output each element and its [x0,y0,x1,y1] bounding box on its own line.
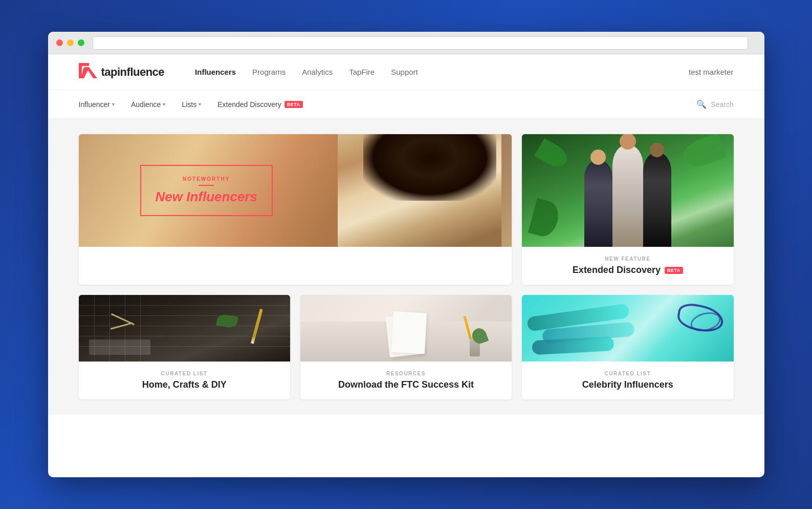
feature-beta-badge: BETA [665,267,683,274]
chevron-down-icon: ▾ [112,101,115,107]
dot-red[interactable] [56,39,63,46]
ftc-image [300,295,512,362]
card-celebrity[interactable]: CURATED LIST Celebrity Influencers [522,295,733,399]
logo: tapinfluence [79,63,165,81]
cards-grid: NOTEWORTHY New Influencers [79,134,734,399]
sub-nav-label-audience: Audience [131,100,161,109]
nav-links: Influencers Programs Analytics TapFire S… [195,68,689,76]
sub-nav-item-influencer[interactable]: Influencer ▾ [79,100,115,109]
card-hero[interactable]: NOTEWORTHY New Influencers [79,134,512,285]
card-ftc[interactable]: RESOURCES Download the FTC Success Kit [300,295,512,399]
logo-icon [79,63,97,81]
beta-badge: BETA [284,101,303,108]
feature-image [522,134,733,247]
chevron-down-icon: ▾ [163,101,165,107]
crafts-image [79,295,290,362]
hero-overlay: NOTEWORTHY New Influencers [140,165,273,216]
hero-title: New Influencers [156,189,257,205]
browser-chrome [48,32,764,54]
sub-nav-item-audience[interactable]: Audience ▾ [131,100,165,109]
nav-link-influencers[interactable]: Influencers [195,68,236,76]
chevron-down-icon: ▾ [199,101,201,107]
nav-link-support[interactable]: Support [391,68,418,76]
hero-tag: NOTEWORTHY [156,176,257,182]
sub-nav-label-influencer: Influencer [79,100,110,109]
nav-link-analytics[interactable]: Analytics [302,68,333,76]
browser-dots [56,39,84,46]
search-area: 🔍 Search [696,99,733,109]
search-placeholder[interactable]: Search [711,100,733,109]
ftc-label: RESOURCES [311,371,501,376]
nav-link-tapfire[interactable]: TapFire [349,68,375,76]
address-bar[interactable] [93,36,748,50]
nav-link-programs[interactable]: Programs [252,68,286,76]
dot-yellow[interactable] [67,39,74,46]
app-content: tapinfluence Influencers Programs Analyt… [48,54,764,415]
card-feature[interactable]: NEW FEATURE Extended Discovery BETA [522,134,733,285]
crafts-card-body: CURATED LIST Home, Crafts & DIY [79,362,290,399]
celebrity-card-body: CURATED LIST Celebrity Influencers [522,362,733,399]
hero-image: NOTEWORTHY New Influencers [79,134,512,247]
nav-user: test marketer [689,68,734,76]
hero-divider [199,185,214,186]
browser-window: tapinfluence Influencers Programs Analyt… [48,32,764,477]
card-crafts[interactable]: CURATED LIST Home, Crafts & DIY [79,295,290,399]
celebrity-title: Celebrity Influencers [532,379,723,390]
main-nav: tapinfluence Influencers Programs Analyt… [48,54,764,90]
crafts-title: Home, Crafts & DIY [89,379,280,390]
logo-text: tapinfluence [101,66,165,79]
brush-strokes [522,295,733,362]
feature-label: NEW FEATURE [532,256,723,262]
celebrity-image [522,295,733,362]
sub-nav: Influencer ▾ Audience ▾ Lists ▾ Extended… [48,90,764,119]
ftc-title: Download the FTC Success Kit [311,379,501,390]
svg-marker-1 [81,67,97,78]
feature-title-row: Extended Discovery BETA [532,265,723,275]
ftc-card-body: RESOURCES Download the FTC Success Kit [300,362,512,399]
sub-nav-label-lists: Lists [182,100,196,109]
dot-green[interactable] [78,39,84,46]
sub-nav-item-extended-discovery[interactable]: Extended Discovery BETA [217,100,302,109]
feature-card-body: NEW FEATURE Extended Discovery BETA [522,247,733,285]
crafts-label: CURATED LIST [89,371,280,376]
sub-nav-item-lists[interactable]: Lists ▾ [182,100,201,109]
sub-nav-label-extended-discovery: Extended Discovery [217,100,281,109]
celebrity-label: CURATED LIST [532,371,723,376]
main-content: NOTEWORTHY New Influencers [48,119,764,415]
feature-title: Extended Discovery [573,265,661,275]
search-icon: 🔍 [696,99,707,109]
